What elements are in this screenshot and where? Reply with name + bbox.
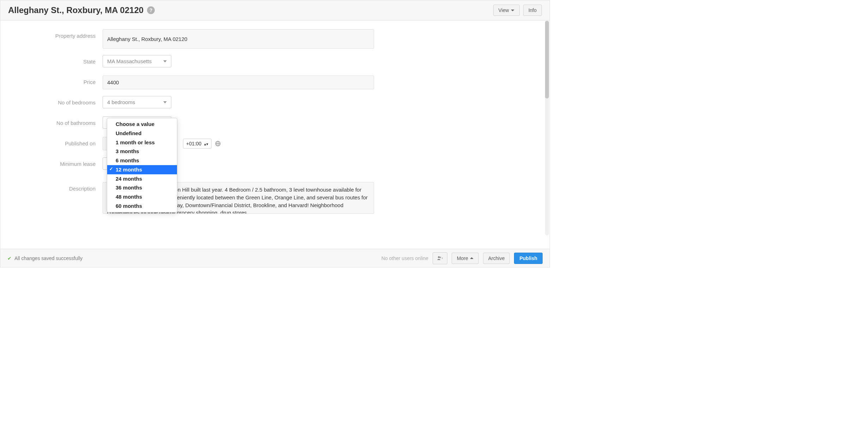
help-icon[interactable]: ? [147,6,155,14]
archive-label: Archive [488,255,505,261]
chevron-down-icon [163,101,167,103]
title-group: Alleghany St., Roxbury, MA 02120 ? [8,5,155,15]
row-property-address: Property address [0,29,374,49]
svg-point-4 [438,256,440,258]
label-price: Price [0,76,103,85]
state-select[interactable]: MA Massachusetts [103,55,171,67]
label-description: Description [0,182,103,192]
bedrooms-select[interactable]: 4 bedrooms [103,96,171,108]
page-title: Alleghany St., Roxbury, MA 02120 [8,5,143,15]
dropdown-option[interactable]: 60 months [107,201,177,211]
tz-value: +01:00 [186,141,201,146]
users-online-text: No other users online [381,255,428,261]
row-minimum-lease: Minimum lease [0,157,374,171]
header-actions: View Info [493,5,542,16]
row-published: Published on 00: 34 +01:00 ▴▾ [0,137,374,151]
chevron-up-icon [470,257,473,259]
globe-icon [214,140,221,147]
dropdown-option[interactable]: 3 months [107,147,177,156]
row-price: Price [0,76,374,90]
timezone-select[interactable]: +01:00 ▴▾ [183,139,212,149]
archive-button[interactable]: Archive [483,253,510,264]
label-published: Published on [0,137,103,146]
svg-point-5 [439,257,441,258]
dropdown-option[interactable]: Choose a value [107,120,177,129]
svg-text:+: + [441,256,443,260]
minimum-lease-dropdown: Choose a valueUndefined1 month or less3 … [107,118,177,212]
dropdown-option[interactable]: 12 months [107,165,177,174]
label-bedrooms: No of bedrooms [0,96,103,106]
chevron-down-icon [511,10,514,11]
row-bathrooms: No of bathrooms 2.5 bathrooms [0,116,374,131]
add-user-button[interactable]: + [433,252,447,264]
view-button[interactable]: View [493,5,520,16]
scrollbar-thumb[interactable] [545,21,549,98]
label-state: State [0,55,103,65]
label-bathrooms: No of bathrooms [0,116,103,126]
dropdown-option[interactable]: 24 months [107,174,177,183]
scrollbar[interactable] [545,21,549,235]
row-description: Description Gorgeous apartment in Missio… [0,182,374,214]
dropdown-option[interactable]: 36 months [107,183,177,192]
chevron-down-icon [163,60,167,62]
info-label: Info [528,7,537,13]
page-header: Alleghany St., Roxbury, MA 02120 ? View … [0,0,550,20]
save-status: ✔ All changes saved successfully [7,255,82,261]
bedrooms-value: 4 bedrooms [107,99,135,105]
view-label: View [499,7,509,13]
page-footer: ✔ All changes saved successfully No othe… [0,249,550,267]
label-minimum-lease: Minimum lease [0,157,103,167]
footer-actions: No other users online + More Archive Pub… [381,252,543,264]
check-icon: ✔ [7,255,12,261]
form-content: Property address State MA Massachusetts … [0,20,550,235]
dropdown-option[interactable]: 6 months [107,156,177,165]
price-input[interactable] [103,76,374,89]
property-address-input[interactable] [103,29,374,49]
state-value: MA Massachusetts [107,58,152,64]
row-bedrooms: No of bedrooms 4 bedrooms [0,96,374,110]
publish-button[interactable]: Publish [514,253,543,264]
users-plus-icon: + [436,255,444,262]
property-form: Property address State MA Massachusetts … [0,29,374,214]
more-label: More [457,255,468,261]
label-property-address: Property address [0,29,103,39]
editor-page: Alleghany St., Roxbury, MA 02120 ? View … [0,0,550,267]
dropdown-option[interactable]: 48 months [107,192,177,201]
info-button[interactable]: Info [523,5,542,16]
publish-label: Publish [519,255,537,261]
save-status-text: All changes saved successfully [14,255,82,261]
dropdown-option[interactable]: Undefined [107,129,177,138]
dropdown-option[interactable]: 1 month or less [107,138,177,147]
more-button[interactable]: More [452,253,479,264]
row-state: State MA Massachusetts [0,55,374,69]
